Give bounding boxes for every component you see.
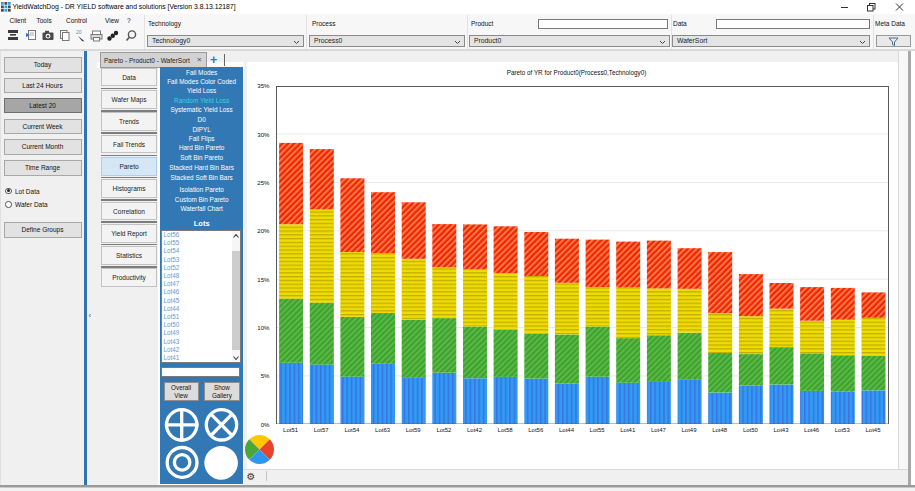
svg-text:20: 20: [76, 29, 82, 35]
